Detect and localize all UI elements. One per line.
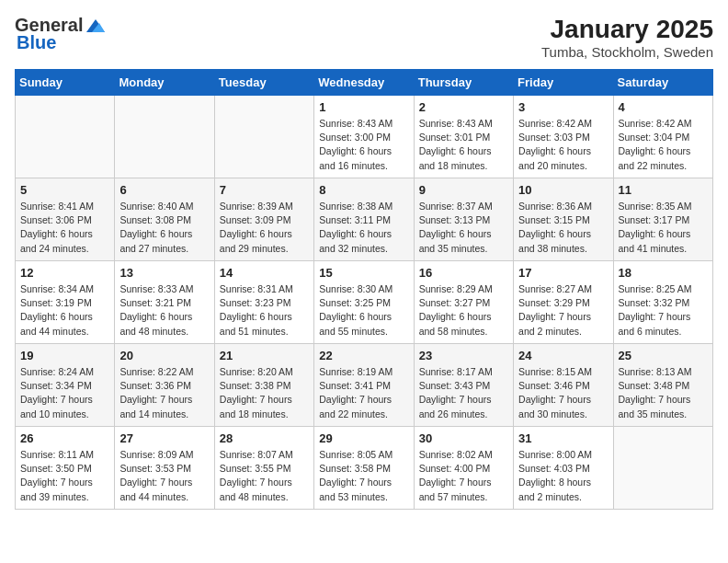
day-info: Sunrise: 8:41 AM Sunset: 3:06 PM Dayligh… xyxy=(20,200,109,256)
day-number: 14 xyxy=(220,266,309,280)
weekday-header-sunday: Sunday xyxy=(16,70,115,96)
calendar-day-cell: 2Sunrise: 8:43 AM Sunset: 3:01 PM Daylig… xyxy=(414,96,513,178)
calendar-day-cell: 7Sunrise: 8:39 AM Sunset: 3:09 PM Daylig… xyxy=(214,178,313,261)
day-info: Sunrise: 8:31 AM Sunset: 3:23 PM Dayligh… xyxy=(220,282,309,339)
calendar-day-cell: 1Sunrise: 8:43 AM Sunset: 3:00 PM Daylig… xyxy=(314,96,414,178)
day-info: Sunrise: 8:29 AM Sunset: 3:27 PM Dayligh… xyxy=(419,282,508,339)
calendar-week-row: 19Sunrise: 8:24 AM Sunset: 3:34 PM Dayli… xyxy=(16,344,713,427)
day-info: Sunrise: 8:40 AM Sunset: 3:08 PM Dayligh… xyxy=(119,200,209,256)
weekday-header-thursday: Thursday xyxy=(414,70,513,96)
calendar-day-cell: 31Sunrise: 8:00 AM Sunset: 4:03 PM Dayli… xyxy=(514,427,613,510)
day-info: Sunrise: 8:38 AM Sunset: 3:11 PM Dayligh… xyxy=(319,200,408,256)
calendar-day-cell: 17Sunrise: 8:27 AM Sunset: 3:29 PM Dayli… xyxy=(514,261,613,344)
calendar-day-cell: 4Sunrise: 8:42 AM Sunset: 3:04 PM Daylig… xyxy=(613,96,712,178)
calendar-day-cell: 21Sunrise: 8:20 AM Sunset: 3:38 PM Dayli… xyxy=(214,344,313,427)
day-number: 3 xyxy=(518,100,608,114)
day-info: Sunrise: 8:11 AM Sunset: 3:50 PM Dayligh… xyxy=(20,448,109,504)
day-number: 2 xyxy=(419,100,508,114)
day-info: Sunrise: 8:43 AM Sunset: 3:00 PM Dayligh… xyxy=(319,117,408,173)
calendar-day-cell: 23Sunrise: 8:17 AM Sunset: 3:43 PM Dayli… xyxy=(414,344,513,427)
calendar-day-cell: 28Sunrise: 8:07 AM Sunset: 3:55 PM Dayli… xyxy=(214,427,313,510)
calendar-day-cell xyxy=(115,96,214,178)
day-info: Sunrise: 8:43 AM Sunset: 3:01 PM Dayligh… xyxy=(419,117,508,173)
calendar-week-row: 26Sunrise: 8:11 AM Sunset: 3:50 PM Dayli… xyxy=(16,427,713,510)
calendar-day-cell: 19Sunrise: 8:24 AM Sunset: 3:34 PM Dayli… xyxy=(16,344,115,427)
day-info: Sunrise: 8:39 AM Sunset: 3:09 PM Dayligh… xyxy=(220,200,309,256)
calendar-day-cell: 26Sunrise: 8:11 AM Sunset: 3:50 PM Dayli… xyxy=(16,427,115,510)
day-number: 29 xyxy=(319,431,408,445)
day-number: 21 xyxy=(220,349,309,362)
day-info: Sunrise: 8:35 AM Sunset: 3:17 PM Dayligh… xyxy=(619,200,708,256)
weekday-header-friday: Friday xyxy=(514,70,613,96)
weekday-header-saturday: Saturday xyxy=(613,70,712,96)
calendar-week-row: 12Sunrise: 8:34 AM Sunset: 3:19 PM Dayli… xyxy=(16,261,713,344)
calendar-day-cell: 16Sunrise: 8:29 AM Sunset: 3:27 PM Dayli… xyxy=(414,261,513,344)
day-number: 22 xyxy=(319,349,408,362)
logo-icon xyxy=(85,17,105,34)
day-info: Sunrise: 8:02 AM Sunset: 4:00 PM Dayligh… xyxy=(419,448,508,504)
day-number: 20 xyxy=(119,349,209,362)
day-info: Sunrise: 8:42 AM Sunset: 3:03 PM Dayligh… xyxy=(518,117,608,173)
day-number: 25 xyxy=(619,349,708,362)
calendar-day-cell: 3Sunrise: 8:42 AM Sunset: 3:03 PM Daylig… xyxy=(514,96,613,178)
page-header: General Blue January 2025 Tumba, Stockho… xyxy=(15,15,713,60)
day-info: Sunrise: 8:36 AM Sunset: 3:15 PM Dayligh… xyxy=(518,200,608,256)
calendar-day-cell: 24Sunrise: 8:15 AM Sunset: 3:46 PM Dayli… xyxy=(514,344,613,427)
day-info: Sunrise: 8:13 AM Sunset: 3:48 PM Dayligh… xyxy=(619,365,708,421)
calendar-day-cell: 20Sunrise: 8:22 AM Sunset: 3:36 PM Dayli… xyxy=(115,344,214,427)
day-number: 16 xyxy=(419,266,508,280)
weekday-header-tuesday: Tuesday xyxy=(214,70,313,96)
month-year-title: January 2025 xyxy=(541,15,713,44)
calendar-day-cell: 18Sunrise: 8:25 AM Sunset: 3:32 PM Dayli… xyxy=(613,261,712,344)
calendar-day-cell: 8Sunrise: 8:38 AM Sunset: 3:11 PM Daylig… xyxy=(314,178,414,261)
day-info: Sunrise: 8:20 AM Sunset: 3:38 PM Dayligh… xyxy=(220,365,309,421)
day-info: Sunrise: 8:37 AM Sunset: 3:13 PM Dayligh… xyxy=(419,200,508,256)
title-block: January 2025 Tumba, Stockholm, Sweden xyxy=(541,15,713,60)
calendar-day-cell: 14Sunrise: 8:31 AM Sunset: 3:23 PM Dayli… xyxy=(214,261,313,344)
day-number: 9 xyxy=(419,183,508,197)
weekday-header-row: SundayMondayTuesdayWednesdayThursdayFrid… xyxy=(16,70,713,96)
day-info: Sunrise: 8:25 AM Sunset: 3:32 PM Dayligh… xyxy=(619,282,708,339)
day-number: 8 xyxy=(319,183,408,197)
day-number: 19 xyxy=(20,349,109,362)
calendar-week-row: 5Sunrise: 8:41 AM Sunset: 3:06 PM Daylig… xyxy=(16,178,713,261)
calendar-day-cell: 25Sunrise: 8:13 AM Sunset: 3:48 PM Dayli… xyxy=(613,344,712,427)
calendar-day-cell: 9Sunrise: 8:37 AM Sunset: 3:13 PM Daylig… xyxy=(414,178,513,261)
day-info: Sunrise: 8:30 AM Sunset: 3:25 PM Dayligh… xyxy=(319,282,408,339)
day-number: 5 xyxy=(20,183,109,197)
day-number: 18 xyxy=(619,266,708,280)
day-number: 17 xyxy=(518,266,608,280)
day-number: 10 xyxy=(518,183,608,197)
day-number: 26 xyxy=(20,431,109,445)
logo-blue-text: Blue xyxy=(17,32,56,53)
calendar-day-cell: 29Sunrise: 8:05 AM Sunset: 3:58 PM Dayli… xyxy=(314,427,414,510)
day-number: 23 xyxy=(419,349,508,362)
calendar-day-cell: 12Sunrise: 8:34 AM Sunset: 3:19 PM Dayli… xyxy=(16,261,115,344)
calendar-table: SundayMondayTuesdayWednesdayThursdayFrid… xyxy=(15,69,713,510)
calendar-week-row: 1Sunrise: 8:43 AM Sunset: 3:00 PM Daylig… xyxy=(16,96,713,178)
day-info: Sunrise: 8:05 AM Sunset: 3:58 PM Dayligh… xyxy=(319,448,408,504)
day-info: Sunrise: 8:17 AM Sunset: 3:43 PM Dayligh… xyxy=(419,365,508,421)
day-info: Sunrise: 8:24 AM Sunset: 3:34 PM Dayligh… xyxy=(20,365,109,421)
day-info: Sunrise: 8:19 AM Sunset: 3:41 PM Dayligh… xyxy=(319,365,408,421)
day-info: Sunrise: 8:34 AM Sunset: 3:19 PM Dayligh… xyxy=(20,282,109,339)
calendar-day-cell xyxy=(16,96,115,178)
calendar-day-cell: 22Sunrise: 8:19 AM Sunset: 3:41 PM Dayli… xyxy=(314,344,414,427)
calendar-day-cell: 10Sunrise: 8:36 AM Sunset: 3:15 PM Dayli… xyxy=(514,178,613,261)
calendar-day-cell: 6Sunrise: 8:40 AM Sunset: 3:08 PM Daylig… xyxy=(115,178,214,261)
day-info: Sunrise: 8:15 AM Sunset: 3:46 PM Dayligh… xyxy=(518,365,608,421)
day-number: 4 xyxy=(619,100,708,114)
calendar-day-cell: 30Sunrise: 8:02 AM Sunset: 4:00 PM Dayli… xyxy=(414,427,513,510)
calendar-day-cell xyxy=(613,427,712,510)
day-number: 24 xyxy=(518,349,608,362)
day-number: 27 xyxy=(119,431,209,445)
calendar-day-cell: 11Sunrise: 8:35 AM Sunset: 3:17 PM Dayli… xyxy=(613,178,712,261)
day-number: 15 xyxy=(319,266,408,280)
day-number: 28 xyxy=(220,431,309,445)
calendar-day-cell: 13Sunrise: 8:33 AM Sunset: 3:21 PM Dayli… xyxy=(115,261,214,344)
calendar-day-cell xyxy=(214,96,313,178)
day-number: 12 xyxy=(20,266,109,280)
calendar-day-cell: 27Sunrise: 8:09 AM Sunset: 3:53 PM Dayli… xyxy=(115,427,214,510)
day-number: 7 xyxy=(220,183,309,197)
day-info: Sunrise: 8:00 AM Sunset: 4:03 PM Dayligh… xyxy=(518,448,608,504)
